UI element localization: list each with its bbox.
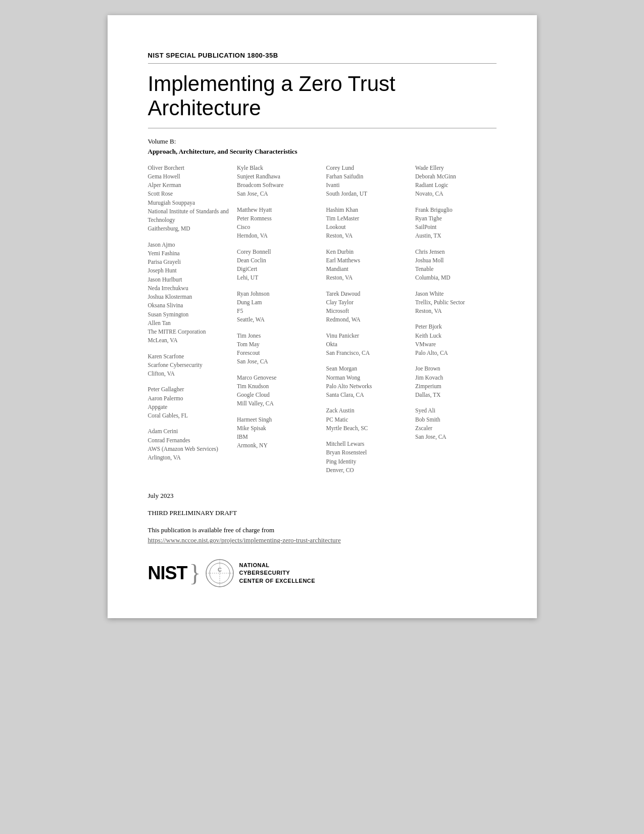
author-org: Forescout xyxy=(237,349,318,357)
author-name: Joshua Moll xyxy=(415,256,497,265)
author-name: Kyle Black xyxy=(237,164,318,172)
author-name: Gema Howell xyxy=(148,172,229,181)
author-name: Parisa Grayeli xyxy=(148,258,229,266)
author-loc: Myrtle Beach, SC xyxy=(326,424,408,433)
author-name: Hashim Khan xyxy=(326,206,408,214)
author-block-2-0: Corey LundFarhan SaifudinIvantiSouth Jor… xyxy=(326,164,408,199)
author-org: The MITRE Corporation xyxy=(148,328,229,336)
author-block-3-6: Syed AliBob SmithZscalerSan Jose, CA xyxy=(415,406,497,441)
author-loc: San Jose, CA xyxy=(237,357,318,366)
author-name: Joe Brown xyxy=(415,364,497,373)
author-loc: Reston, VA xyxy=(326,273,408,282)
nist-wordmark: NIST xyxy=(148,563,187,584)
author-name: Ken Durbin xyxy=(326,248,408,256)
author-loc: Redmond, WA xyxy=(326,315,408,324)
main-title: Implementing a Zero Trust Architecture xyxy=(148,72,497,128)
author-block-1-2: Corey BonnellDean CoclinDigiCertLehi, UT xyxy=(237,248,318,283)
author-loc: Columbia, MD xyxy=(415,273,497,282)
author-block-3-2: Chris JensenJoshua MollTenableColumbia, … xyxy=(415,248,497,283)
author-name: Jim Kovach xyxy=(415,374,497,382)
author-loc: Clifton, VA xyxy=(148,369,229,378)
author-block-2-1: Hashim KhanTim LeMasterLookoutReston, VA xyxy=(326,206,408,241)
author-block-2-2: Ken DurbinEarl MatthewsMandiantReston, V… xyxy=(326,248,408,283)
nce-logo: C NATIONAL CYBERSECURITY CENTER OF EXCEL… xyxy=(205,559,316,588)
author-block-3-4: Peter BjorkKeith LuckVMwarePalo Alto, CA xyxy=(415,322,497,357)
author-name: Farhan Saifudin xyxy=(326,172,408,181)
author-name: Sean Morgan xyxy=(326,364,408,373)
author-loc: Austin, TX xyxy=(415,231,497,240)
author-name: Vinu Panicker xyxy=(326,332,408,340)
author-name: Adam Cerini xyxy=(148,427,229,436)
author-loc: Mill Valley, CA xyxy=(237,399,318,408)
availability-text: This publication is available free of ch… xyxy=(148,526,497,534)
author-name: Tim Knudson xyxy=(237,382,318,391)
author-loc: McLean, VA xyxy=(148,336,229,345)
author-name: Dung Lam xyxy=(237,298,318,307)
author-name: Frank Briguglio xyxy=(415,206,497,214)
author-loc: Reston, VA xyxy=(326,231,408,240)
author-block-1-0: Kyle BlackSunjeet RandhawaBroadcom Softw… xyxy=(237,164,318,199)
author-loc: Arlington, VA xyxy=(148,453,229,462)
author-name: Ryan Tighe xyxy=(415,214,497,223)
author-block-0-0: Oliver BorchertGema HowellAlper KermanSc… xyxy=(148,164,229,234)
authors-grid: Oliver BorchertGema HowellAlper KermanSc… xyxy=(148,164,497,482)
author-name: Peter Gallagher xyxy=(148,385,229,394)
author-name: Conrad Fernandes xyxy=(148,436,229,445)
author-block-1-4: Tim JonesTom MayForescoutSan Jose, CA xyxy=(237,332,318,366)
author-loc: Lehi, UT xyxy=(237,273,318,282)
author-org: Lookout xyxy=(326,223,408,231)
nce-circle-icon: C xyxy=(205,559,234,588)
author-name: Joshua Klosterman xyxy=(148,293,229,301)
author-name: Keith Luck xyxy=(415,332,497,340)
author-loc: South Jordan, UT xyxy=(326,190,408,198)
availability-link[interactable]: https://www.nccoe.nist.gov/projects/impl… xyxy=(148,536,497,544)
author-org: AWS (Amazon Web Services) xyxy=(148,445,229,453)
author-col-3: Wade ElleryDeborah McGinnRadiant LogicNo… xyxy=(415,164,497,482)
author-name: Chris Jensen xyxy=(415,248,497,256)
date-line: July 2023 xyxy=(148,492,497,500)
author-name: Joseph Hunt xyxy=(148,266,229,275)
author-name: Oliver Borchert xyxy=(148,164,229,172)
author-org: Ping Identity xyxy=(326,457,408,466)
author-col-0: Oliver BorchertGema HowellAlper KermanSc… xyxy=(148,164,229,482)
author-block-2-7: Mitchell LewarsBryan RosensteelPing Iden… xyxy=(326,440,408,475)
author-org: PC Matic xyxy=(326,415,408,424)
author-org: IBM xyxy=(237,433,318,441)
author-org: Broadcom Software xyxy=(237,181,318,190)
author-org: Ivanti xyxy=(326,181,408,190)
author-block-1-6: Harmeet SinghMike SpisakIBMArmonk, NY xyxy=(237,415,318,450)
author-name: Neda Irrechukwu xyxy=(148,284,229,293)
author-loc: Armonk, NY xyxy=(237,441,318,450)
author-block-1-1: Matthew HyattPeter RomnessCiscoHerndon, … xyxy=(237,206,318,241)
author-org: Appgate xyxy=(148,403,229,411)
author-loc: Gaithersburg, MD xyxy=(148,224,229,233)
author-name: Peter Bjork xyxy=(415,322,497,331)
author-org: Okta xyxy=(326,340,408,349)
author-name: Dean Coclin xyxy=(237,256,318,265)
author-name: Zack Austin xyxy=(326,406,408,415)
author-block-2-6: Zack AustinPC MaticMyrtle Beach, SC xyxy=(326,406,408,433)
author-name: Marco Genovese xyxy=(237,374,318,382)
author-name: Bob Smith xyxy=(415,415,497,424)
author-org: Tenable xyxy=(415,265,497,273)
nce-line2: CYBERSECURITY xyxy=(239,570,290,576)
author-org: Zimperium xyxy=(415,382,497,391)
author-loc: Santa Clara, CA xyxy=(326,391,408,399)
author-name: Matthew Hyatt xyxy=(237,206,318,214)
author-name: Syed Ali xyxy=(415,406,497,415)
author-name: Mitchell Lewars xyxy=(326,440,408,448)
author-name: Tom May xyxy=(237,340,318,349)
author-name: Peter Romness xyxy=(237,214,318,223)
author-name: Deborah McGinn xyxy=(415,172,497,181)
author-name: Jason Ajmo xyxy=(148,241,229,249)
author-org: Mandiant xyxy=(326,265,408,273)
author-org: Scarfone Cybersecurity xyxy=(148,361,229,369)
author-org: DigiCert xyxy=(237,265,318,273)
author-col-2: Corey LundFarhan SaifudinIvantiSouth Jor… xyxy=(326,164,408,482)
author-block-2-4: Vinu PanickerOktaSan Francisco, CA xyxy=(326,332,408,358)
author-name: Mike Spisak xyxy=(237,424,318,433)
author-name: Bryan Rosensteel xyxy=(326,448,408,457)
author-name: Norman Wong xyxy=(326,374,408,382)
author-name: Karen Scarfone xyxy=(148,352,229,361)
author-org: Cisco xyxy=(237,223,318,231)
